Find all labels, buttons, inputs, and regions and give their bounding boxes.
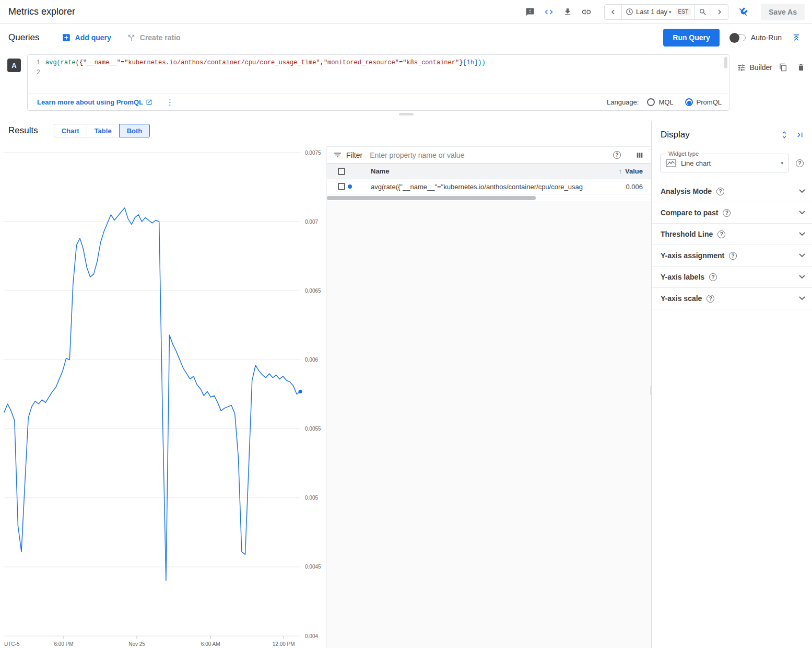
radio-promql[interactable]	[685, 98, 693, 106]
svg-text:0.0065: 0.0065	[305, 288, 321, 294]
select-all-checkbox[interactable]	[338, 168, 345, 175]
svg-text:Nov 25: Nov 25	[128, 641, 145, 647]
svg-text:0.006: 0.006	[305, 357, 318, 363]
column-header-name[interactable]: Name	[360, 167, 594, 175]
results-header: Results ChartTableBoth	[0, 121, 150, 140]
line-number: 2	[28, 68, 40, 78]
widget-type-value: Line chart	[681, 159, 711, 167]
help-icon[interactable]: ?	[717, 230, 725, 238]
table-row[interactable]: avg(rate({"__name__"="kubernetes.io/anth…	[327, 179, 651, 194]
help-icon[interactable]: ?	[729, 252, 737, 260]
copy-link-button[interactable]	[578, 4, 595, 20]
svg-text:UTC-5: UTC-5	[4, 641, 20, 647]
series-color-dot	[348, 184, 352, 189]
run-query-button[interactable]: Run Query	[663, 29, 720, 47]
magnet-off-icon	[738, 7, 748, 17]
display-section-threshold-line[interactable]: Threshold Line?	[652, 224, 812, 245]
code-token: [1h]	[463, 59, 478, 66]
tab-both[interactable]: Both	[119, 124, 150, 137]
code-area[interactable]: 12 avg(rate({"__name__"="kubernetes.io/a…	[28, 55, 729, 94]
timezone-badge[interactable]: EST	[676, 8, 691, 16]
display-panel: Display Widget type Line chart ▾ ? Analy…	[651, 121, 812, 648]
duplicate-query-button[interactable]	[776, 61, 790, 74]
widget-type-select[interactable]: Widget type Line chart ▾	[660, 154, 789, 172]
time-zoom-button[interactable]	[695, 5, 711, 19]
sort-ascending-icon[interactable]: ↑	[619, 167, 622, 175]
row-name: avg(rate({"__name__"="kubernetes.io/anth…	[360, 183, 594, 191]
feedback-button[interactable]	[522, 4, 538, 20]
tab-table[interactable]: Table	[87, 124, 120, 137]
svg-text:0.0055: 0.0055	[305, 426, 321, 432]
time-range-label: Last 1 day	[636, 8, 667, 16]
language-label: Language:	[607, 98, 639, 106]
display-sections: Analysis Mode?Compare to past?Threshold …	[652, 181, 812, 309]
section-resize-handle[interactable]	[399, 113, 414, 115]
widget-type-row: Widget type Line chart ▾ ?	[660, 154, 806, 172]
download-button[interactable]	[559, 4, 576, 20]
scrollbar-thumb[interactable]	[327, 196, 536, 200]
auto-run-toggle[interactable]	[730, 34, 746, 41]
unfold-more-icon	[780, 130, 789, 140]
chevron-right-icon	[715, 7, 724, 17]
svg-text:0.007: 0.007	[305, 219, 318, 225]
help-icon[interactable]: ?	[709, 273, 717, 281]
search-icon	[699, 8, 707, 16]
promql-editor[interactable]: 12 avg(rate({"__name__"="kubernetes.io/a…	[27, 54, 729, 111]
time-back-button[interactable]	[605, 5, 621, 19]
time-range-selector[interactable]: Last 1 day ▾ EST	[621, 5, 695, 19]
help-icon[interactable]: ?	[613, 151, 621, 159]
time-forward-button[interactable]	[711, 5, 728, 19]
add-query-button[interactable]: Add query	[62, 33, 111, 42]
tune-icon	[737, 63, 746, 72]
filter-icon	[333, 151, 342, 159]
display-section-compare-to-past[interactable]: Compare to past?	[652, 202, 812, 224]
column-settings-icon[interactable]	[636, 151, 644, 159]
svg-text:6:00 AM: 6:00 AM	[201, 641, 220, 647]
radio-mql[interactable]	[647, 98, 655, 106]
auto-run-label: Auto-Run	[751, 33, 782, 42]
expand-sections-button[interactable]	[778, 128, 791, 142]
code-token: "kubernetes.io/anthos/container/cpu/core…	[124, 59, 320, 66]
code-button[interactable]	[540, 4, 557, 20]
tab-chart[interactable]: Chart	[54, 124, 87, 137]
collapse-all-icon	[792, 33, 801, 42]
editor-scrollbar[interactable]	[724, 57, 727, 68]
display-section-y-axis-assignment[interactable]: Y-axis assignment?	[652, 245, 812, 267]
builder-controls: Builder	[737, 61, 808, 74]
help-icon[interactable]: ?	[723, 209, 731, 217]
filter-input[interactable]	[370, 151, 613, 159]
row-checkbox[interactable]	[338, 183, 345, 190]
queries-title: Queries	[8, 32, 40, 43]
table-header: Name ↑ Value	[327, 164, 651, 179]
line-number: 1	[28, 58, 40, 68]
help-icon[interactable]: ?	[716, 188, 724, 195]
more-vert-icon[interactable]: ⋮	[166, 98, 174, 107]
app-header: Metrics explorer Last 1 day ▾ EST	[0, 0, 812, 24]
builder-button[interactable]: Builder	[737, 63, 772, 72]
learn-more-link[interactable]: Learn more about using PromQL	[37, 98, 152, 106]
help-icon[interactable]: ?	[796, 159, 804, 167]
delete-query-button[interactable]	[794, 61, 808, 74]
close-panel-button[interactable]	[793, 128, 807, 142]
promql-code-line[interactable]: avg(rate({"__name__"="kubernetes.io/anth…	[45, 58, 486, 94]
line-number-gutter: 12	[28, 58, 45, 94]
display-section-y-axis-scale[interactable]: Y-axis scale?	[652, 288, 812, 309]
line-chart[interactable]: 0.00750.0070.00650.0060.00550.0050.00450…	[0, 140, 326, 648]
display-section-y-axis-labels[interactable]: Y-axis labels?	[652, 267, 812, 288]
create-ratio-button[interactable]: Create ratio	[127, 33, 181, 42]
column-header-value[interactable]: Value	[625, 167, 643, 175]
code-token: "__name__"	[83, 59, 121, 66]
radio-promql-label[interactable]: PromQL	[697, 98, 722, 106]
chart-panel: 0.00750.0070.00650.0060.00550.0050.00450…	[0, 140, 326, 648]
results-table-panel: Filter ? Name ↑ Value avg(rate({"__name_…	[326, 146, 651, 648]
save-as-button[interactable]: Save As	[761, 4, 805, 20]
results-section: Results ChartTableBoth 0.00750.0070.0065…	[0, 121, 812, 648]
caret-down-icon: ▾	[781, 160, 783, 166]
radio-mql-label[interactable]: MQL	[658, 98, 673, 106]
snap-off-button[interactable]	[735, 4, 751, 20]
collapse-queries-button[interactable]	[788, 29, 805, 46]
help-icon[interactable]: ?	[707, 295, 714, 303]
svg-text:0.005: 0.005	[305, 495, 318, 501]
open-in-new-icon	[146, 99, 152, 106]
display-section-analysis-mode[interactable]: Analysis Mode?	[652, 181, 812, 202]
